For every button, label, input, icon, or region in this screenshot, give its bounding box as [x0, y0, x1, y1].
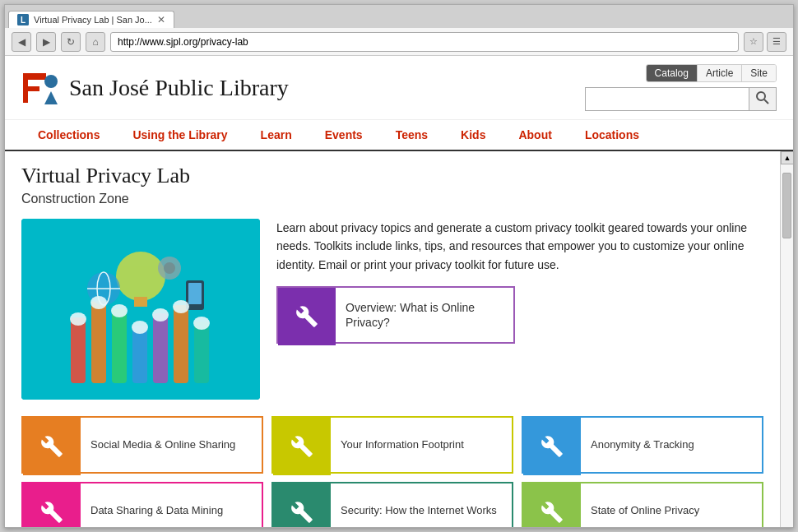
data-sharing-icon — [23, 483, 81, 527]
topic-card-security-label: Security: How the Internet Works — [331, 483, 507, 527]
overview-card-label: Overview: What is Online Privacy? — [336, 288, 513, 342]
svg-rect-23 — [188, 283, 202, 304]
svg-rect-16 — [153, 313, 168, 383]
nav-item-learn[interactable]: Learn — [244, 120, 309, 150]
search-row — [585, 87, 777, 111]
svg-rect-13 — [91, 301, 106, 383]
svg-rect-4 — [23, 86, 39, 91]
nav-item-collections[interactable]: Collections — [21, 120, 116, 150]
search-button[interactable] — [749, 87, 777, 111]
tab-favicon: L — [17, 14, 29, 25]
hero-illustration — [21, 219, 260, 400]
topic-card-data-sharing[interactable]: Data Sharing & Data Mining — [21, 482, 263, 527]
search-tab-article[interactable]: Article — [698, 65, 742, 81]
topic-card-info-footprint-label: Your Information Footprint — [331, 418, 474, 472]
site-logo[interactable] — [21, 67, 61, 109]
scroll-track — [781, 164, 793, 527]
topic-card-state-privacy[interactable]: State of Online Privacy — [522, 482, 763, 527]
svg-rect-17 — [174, 305, 188, 383]
refresh-button[interactable]: ↻ — [61, 32, 81, 52]
svg-point-27 — [90, 296, 107, 309]
page-body: Virtual Privacy Lab Construction Zone — [5, 151, 780, 527]
svg-point-7 — [757, 92, 765, 100]
nav-list: Collections Using the Library Learn Even… — [21, 120, 777, 150]
search-tab-site[interactable]: Site — [742, 65, 776, 81]
browser-window: L Virtual Privacy Lab | San Jo... ✕ ◀ ▶ … — [4, 4, 794, 528]
tab-close-button[interactable]: ✕ — [157, 14, 165, 25]
search-area: Catalog Article Site — [585, 64, 777, 111]
topic-card-social-media[interactable]: Social Media & Online Sharing — [21, 416, 263, 474]
toolbar-actions: ☆ ☰ — [744, 32, 786, 52]
description-text: Learn about privacy topics and generate … — [276, 219, 763, 274]
search-tab-catalog[interactable]: Catalog — [647, 65, 698, 81]
page-subtitle: Construction Zone — [21, 192, 763, 206]
svg-point-5 — [44, 75, 58, 88]
svg-marker-6 — [44, 91, 58, 104]
logo-area: San José Public Library — [21, 67, 289, 109]
content-area: Learn about privacy topics and generate … — [21, 219, 763, 400]
browser-toolbar: ◀ ▶ ↻ ⌂ ☆ ☰ — [5, 28, 793, 56]
right-content: Learn about privacy topics and generate … — [276, 219, 763, 400]
scroll-up-button[interactable]: ▲ — [781, 151, 793, 164]
topic-card-social-media-label: Social Media & Online Sharing — [81, 418, 245, 472]
svg-point-31 — [173, 300, 189, 313]
page-content: San José Public Library Catalog Article … — [5, 56, 793, 527]
back-button[interactable]: ◀ — [12, 32, 31, 52]
svg-rect-15 — [132, 326, 147, 383]
site-header: San José Public Library Catalog Article … — [5, 56, 793, 120]
wrench-icon-4 — [40, 501, 63, 524]
topic-card-state-privacy-label: State of Online Privacy — [581, 483, 709, 527]
nav-item-locations[interactable]: Locations — [568, 120, 656, 150]
page-title: Virtual Privacy Lab — [21, 164, 763, 188]
overview-card-icon — [278, 288, 336, 345]
svg-point-28 — [111, 304, 128, 317]
vertical-scrollbar[interactable]: ▲ ▼ — [780, 151, 793, 527]
menu-icon[interactable]: ☰ — [767, 32, 786, 52]
topics-grid: Social Media & Online Sharing Your Infor… — [21, 416, 763, 527]
svg-point-29 — [132, 321, 148, 334]
state-privacy-icon — [523, 483, 581, 527]
nav-item-teens[interactable]: Teens — [379, 120, 444, 150]
browser-tab[interactable]: L Virtual Privacy Lab | San Jo... ✕ — [8, 11, 174, 28]
search-icon — [756, 91, 769, 104]
address-bar[interactable] — [110, 32, 739, 52]
social-media-icon — [23, 418, 81, 475]
svg-point-26 — [70, 312, 86, 326]
svg-rect-3 — [23, 73, 46, 80]
tab-title: Virtual Privacy Lab | San Jo... — [34, 15, 152, 25]
nav-item-using-library[interactable]: Using the Library — [116, 120, 244, 150]
topic-card-security[interactable]: Security: How the Internet Works — [271, 482, 513, 527]
bookmark-icon[interactable]: ☆ — [744, 32, 763, 52]
overview-card[interactable]: Overview: What is Online Privacy? — [276, 286, 515, 344]
svg-rect-12 — [71, 317, 86, 383]
svg-point-32 — [193, 317, 210, 330]
wrench-icon-1 — [40, 435, 63, 458]
wrench-icon-3 — [541, 435, 564, 458]
search-tabs: Catalog Article Site — [646, 64, 777, 82]
forward-button[interactable]: ▶ — [36, 32, 56, 52]
scroll-thumb[interactable] — [782, 173, 791, 238]
topic-card-info-footprint[interactable]: Your Information Footprint — [271, 416, 513, 474]
svg-rect-18 — [194, 322, 209, 383]
nav-item-events[interactable]: Events — [309, 120, 379, 150]
topic-card-anonymity[interactable]: Anonymity & Tracking — [522, 416, 763, 474]
search-input[interactable] — [585, 87, 749, 111]
home-button[interactable]: ⌂ — [86, 32, 105, 52]
svg-rect-14 — [112, 309, 127, 383]
info-footprint-icon — [273, 418, 331, 475]
security-icon — [273, 483, 331, 527]
site-logo-text: San José Public Library — [69, 75, 289, 101]
main-nav: Collections Using the Library Learn Even… — [5, 120, 793, 151]
svg-point-10 — [116, 252, 165, 301]
wrench-icon-2 — [290, 435, 313, 458]
anonymity-icon — [523, 418, 581, 475]
svg-line-8 — [764, 99, 768, 104]
wrench-icon — [295, 305, 318, 328]
svg-text:L: L — [21, 16, 26, 25]
hero-image — [21, 219, 260, 400]
svg-point-25 — [164, 262, 175, 274]
nav-item-about[interactable]: About — [502, 120, 568, 150]
nav-item-kids[interactable]: Kids — [444, 120, 502, 150]
page-body-wrapper: Virtual Privacy Lab Construction Zone — [5, 151, 793, 527]
svg-rect-11 — [134, 297, 147, 307]
